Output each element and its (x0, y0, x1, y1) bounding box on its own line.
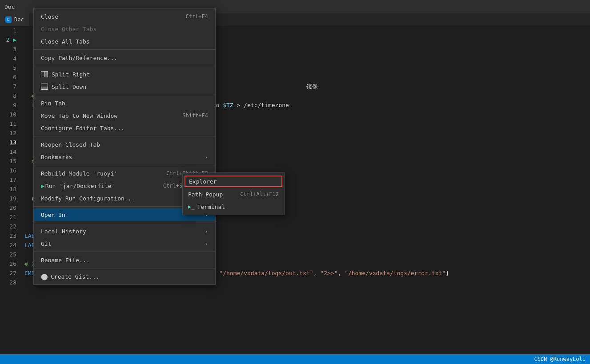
submenu-path-popup-label: Path Popup (188, 191, 223, 198)
menu-item-rename-file-label: Rename File... (41, 257, 90, 264)
menu-item-move-tab-shortcut: Shift+F4 (182, 112, 208, 119)
menu-item-move-tab-label: Move Tab to New Window (41, 112, 117, 119)
line-numbers: 1 2 ▶ 3 4 5 6 7 8 9 10 11 12 13 14 15 16… (0, 26, 20, 287)
menu-item-bookmarks-label: Bookmarks (41, 154, 72, 160)
menu-item-local-history[interactable]: Local History › (34, 225, 215, 237)
menu-item-split-right[interactable]: Split Right (34, 68, 215, 80)
submenu-terminal-label: Terminal (197, 204, 225, 210)
menu-item-close-other: Close Other Tabs (34, 23, 215, 35)
menu-item-copy-path[interactable]: Copy Path/Reference... (34, 52, 215, 64)
submenu-item-explorer[interactable]: Explorer (185, 176, 282, 187)
run-icon: ▶ (41, 183, 44, 189)
menu-item-close-all-label: Close All Tabs (41, 38, 90, 45)
submenu-explorer-label: Explorer (189, 178, 217, 185)
menu-item-split-down[interactable]: Split Down (34, 80, 215, 93)
menu-item-run-label: Run 'jar/Dockerfile' (45, 183, 115, 189)
menu-item-configure-tabs-label: Configure Editor Tabs... (41, 125, 124, 132)
separator-1 (34, 49, 215, 50)
split-right-icon (41, 71, 48, 77)
github-icon: ⬤ (41, 273, 48, 280)
editor-tab[interactable]: D Doc (0, 13, 30, 26)
separator-5 (34, 165, 215, 165)
menu-item-git-label: Git (41, 240, 51, 247)
separator-3 (34, 95, 215, 95)
menu-item-create-gist-label: Create Gist... (51, 273, 100, 280)
menu-item-split-right-label: Split Right (52, 71, 90, 78)
menu-item-close-all[interactable]: Close All Tabs (34, 35, 215, 48)
git-arrow-icon: › (205, 240, 208, 247)
separator-8 (34, 252, 215, 252)
menu-item-reopen-closed[interactable]: Reopen Closed Tab (34, 138, 215, 151)
menu-item-copy-path-label: Copy Path/Reference... (41, 55, 117, 61)
menu-item-split-down-label: Split Down (52, 84, 86, 90)
menu-item-close-shortcut: Ctrl+F4 (185, 13, 208, 20)
menu-item-move-tab[interactable]: Move Tab to New Window Shift+F4 (34, 109, 215, 122)
context-menu: Close Ctrl+F4 Close Other Tabs Close All… (33, 8, 216, 285)
menu-item-bookmarks[interactable]: Bookmarks › (34, 151, 215, 163)
title-bar-label: Doc (4, 4, 15, 10)
menu-item-local-history-label: Local History (41, 228, 86, 235)
submenu-item-terminal[interactable]: ▶_ Terminal (183, 200, 284, 213)
split-down-icon (41, 84, 48, 90)
status-bar: CSDN @RunwayLoli (0, 354, 590, 364)
local-history-arrow-icon: › (205, 228, 208, 235)
menu-item-close[interactable]: Close Ctrl+F4 (34, 10, 215, 23)
separator-7 (34, 223, 215, 223)
menu-item-pin-tab[interactable]: Pin Tab (34, 97, 215, 109)
submenu-open-in: Explorer Path Popup Ctrl+Alt+F12 ▶_ Term… (182, 172, 285, 215)
menu-item-modify-run-label: Modify Run Configuration... (41, 195, 135, 202)
menu-item-git[interactable]: Git › (34, 237, 215, 250)
menu-item-rebuild-label: Rebuild Module 'ruoyi' (41, 170, 117, 177)
separator-9 (34, 268, 215, 268)
bookmarks-arrow-icon: › (205, 154, 208, 160)
menu-item-pin-tab-label: Pin Tab (41, 100, 65, 107)
menu-item-open-in-label: Open In (41, 212, 65, 218)
menu-item-close-label: Close (41, 13, 58, 20)
tab-label: Doc (14, 16, 24, 23)
separator-2 (34, 66, 215, 66)
separator-4 (34, 136, 215, 136)
menu-item-rename-file[interactable]: Rename File... (34, 254, 215, 266)
submenu-path-popup-shortcut: Ctrl+Alt+F12 (240, 191, 279, 197)
menu-item-create-gist[interactable]: ⬤ Create Gist... (34, 270, 215, 283)
terminal-icon: ▶_ (188, 204, 194, 210)
menu-item-reopen-closed-label: Reopen Closed Tab (41, 141, 100, 148)
menu-item-close-other-label: Close Other Tabs (41, 26, 96, 32)
submenu-item-path-popup[interactable]: Path Popup Ctrl+Alt+F12 (183, 188, 284, 200)
watermark-label: CSDN @RunwayLoli (534, 356, 586, 362)
tab-icon: D (5, 16, 12, 23)
menu-item-configure-tabs[interactable]: Configure Editor Tabs... (34, 122, 215, 134)
